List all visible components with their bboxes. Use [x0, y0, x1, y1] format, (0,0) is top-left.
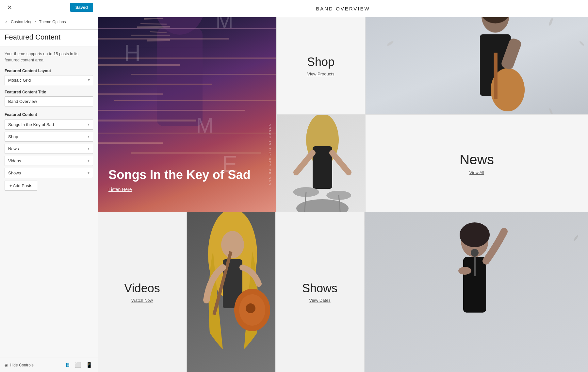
svg-point-51: [296, 199, 349, 212]
videos-title: Videos: [124, 282, 160, 295]
post-item-label: Shows: [8, 170, 21, 175]
close-button[interactable]: ✕: [5, 3, 15, 12]
news-cell[interactable]: News View All: [366, 115, 588, 212]
svg-line-49: [332, 153, 349, 172]
svg-rect-1: [157, 28, 203, 126]
svg-line-48: [296, 153, 313, 172]
svg-text:H: H: [124, 40, 141, 66]
svg-rect-9: [98, 93, 163, 95]
breadcrumb-part2: Theme Options: [39, 20, 66, 24]
svg-rect-2: [98, 28, 276, 29]
sidebar-header: ✕ Saved: [0, 0, 98, 15]
svg-rect-8: [98, 84, 212, 85]
layout-select[interactable]: Mosaic Grid Grid List: [5, 75, 93, 85]
page-title: BAND OVERVIEW: [316, 6, 370, 11]
svg-point-66: [365, 218, 366, 226]
videos-link[interactable]: Watch Now: [131, 298, 153, 303]
preview-area: BAND OVERVIEW: [98, 0, 588, 372]
bottom-row: Videos Watch Now: [98, 212, 588, 372]
hide-controls-button[interactable]: ◉ Hide Controls: [5, 363, 34, 367]
back-button[interactable]: ‹: [5, 18, 9, 25]
svg-rect-7: [131, 74, 276, 75]
post-item-label: Songs In the Key of Sad: [8, 122, 54, 127]
vertical-text: SONGS IN THE KEY OF SAD: [268, 124, 271, 186]
svg-rect-47: [313, 146, 332, 189]
tablet-preview-button[interactable]: ⬜: [74, 361, 82, 369]
content-title-label: Featured Content Title: [5, 90, 93, 94]
svg-rect-15: [131, 152, 261, 154]
featured-link[interactable]: Listen Here: [108, 187, 132, 192]
svg-rect-26: [131, 35, 170, 36]
svg-rect-11: [98, 110, 245, 111]
chevron-down-icon: ▾: [88, 122, 90, 127]
post-item-label: Shop: [8, 134, 18, 139]
shop-cell[interactable]: Shop View Products: [277, 17, 365, 114]
post-item-label: Videos: [8, 158, 21, 163]
panel-title: Featured Content: [0, 30, 98, 46]
shop-title: Shop: [307, 55, 335, 69]
featured-cell[interactable]: A † M H M E: [98, 17, 276, 212]
svg-text:M: M: [216, 17, 233, 33]
svg-rect-43: [494, 53, 498, 99]
singer-cell: [365, 212, 588, 372]
device-preview-icons: 🖥 ⬜ 📱: [64, 361, 93, 369]
saved-button[interactable]: Saved: [70, 3, 93, 12]
featured-content-text: Songs In the Key of Sad Listen Here: [98, 168, 261, 212]
svg-rect-77: [474, 257, 476, 276]
helper-text: Your theme supports up to 15 posts in it…: [5, 51, 93, 63]
shows-cell[interactable]: Shows View Dates: [276, 212, 364, 372]
drums-cell: [277, 115, 365, 212]
news-title: News: [460, 152, 494, 168]
guitar-photo-cell: [366, 17, 588, 114]
desktop-preview-button[interactable]: 🖥: [64, 362, 71, 369]
svg-point-59: [221, 231, 244, 258]
svg-rect-27: [147, 39, 170, 41]
chevron-down-icon: ▾: [88, 146, 90, 151]
svg-text:M: M: [196, 113, 214, 137]
news-link[interactable]: View All: [469, 170, 484, 175]
breadcrumb-part1: Customizing: [11, 20, 32, 24]
post-item-videos[interactable]: Videos ▾: [5, 156, 93, 166]
svg-point-37: [549, 108, 553, 114]
page-header: BAND OVERVIEW: [98, 0, 588, 17]
layout-select-wrapper[interactable]: Mosaic Grid Grid List: [5, 75, 93, 85]
post-item-songs[interactable]: Songs In the Key of Sad ▾: [5, 120, 93, 130]
shop-link[interactable]: View Products: [307, 72, 335, 76]
shows-title: Shows: [302, 282, 337, 295]
svg-point-32: [548, 18, 554, 26]
hide-controls-label: Hide Controls: [10, 363, 34, 367]
svg-point-78: [458, 267, 471, 275]
svg-point-35: [579, 40, 584, 46]
chevron-down-icon: ▾: [88, 158, 90, 163]
post-item-news[interactable]: News ▾: [5, 144, 93, 154]
chevron-down-icon: ▾: [88, 134, 90, 139]
layout-label: Featured Content Layout: [5, 69, 93, 73]
shows-link[interactable]: View Dates: [309, 298, 331, 303]
add-posts-button[interactable]: + Add Posts: [5, 181, 37, 191]
mosaic-grid: A † M H M E: [98, 17, 588, 212]
svg-point-67: [573, 235, 579, 241]
mobile-preview-button[interactable]: 📱: [85, 361, 93, 369]
featured-content-label: Featured Content: [5, 112, 93, 117]
svg-point-76: [471, 249, 479, 257]
svg-rect-10: [114, 100, 276, 101]
featured-title: Songs In the Key of Sad: [108, 168, 251, 183]
chevron-down-icon: ▾: [88, 170, 90, 175]
svg-point-64: [246, 303, 255, 313]
hide-icon: ◉: [5, 363, 8, 367]
breadcrumb-separator: •: [35, 20, 36, 24]
post-item-label: News: [8, 146, 19, 151]
svg-point-74: [460, 222, 490, 247]
post-item-shows[interactable]: Shows ▾: [5, 168, 93, 178]
post-item-shop[interactable]: Shop ▾: [5, 132, 93, 142]
guitarist2-cell: [187, 212, 275, 372]
videos-cell[interactable]: Videos Watch Now: [98, 212, 186, 372]
svg-rect-14: [98, 142, 163, 144]
svg-rect-12: [98, 120, 196, 121]
svg-rect-13: [98, 133, 276, 134]
sidebar-nav: ‹ Customizing • Theme Options: [0, 15, 98, 30]
sidebar-footer: ◉ Hide Controls 🖥 ⬜ 📱: [0, 358, 98, 372]
sidebar-body: Your theme supports up to 15 posts in it…: [0, 46, 98, 358]
customizer-sidebar: ✕ Saved ‹ Customizing • Theme Options Fe…: [0, 0, 98, 372]
content-title-input[interactable]: [5, 96, 93, 106]
